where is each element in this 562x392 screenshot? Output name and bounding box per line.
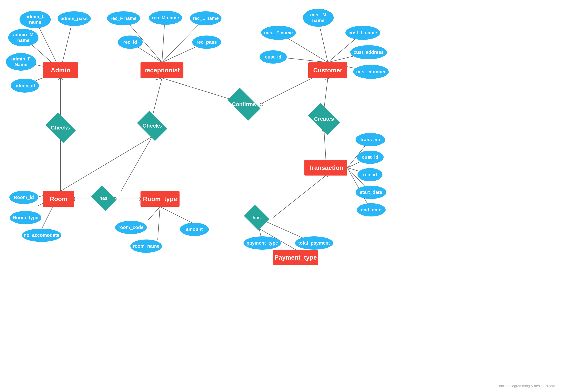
svg-line-55 xyxy=(148,207,160,220)
entity-payment-type[interactable]: Payment_type xyxy=(273,250,318,265)
attribute-admin-mname: admin_M name xyxy=(8,29,38,46)
relationship-room-has[interactable]: has xyxy=(91,189,116,207)
attribute-cust-mname: cust_M name xyxy=(303,9,334,27)
attribute-end-date: end_date xyxy=(357,203,386,217)
relationship-trans-has[interactable]: has xyxy=(244,208,269,227)
svg-line-57 xyxy=(160,207,195,224)
relationship-creates[interactable]: Creates xyxy=(307,108,340,130)
attribute-trans-rec-id: rec_id xyxy=(358,168,383,181)
entity-room-type[interactable]: Room_type xyxy=(140,191,179,207)
relationship-confirms[interactable]: Confirms xyxy=(226,94,261,115)
attribute-rec-lname: rec_L name xyxy=(190,11,222,25)
svg-line-16 xyxy=(152,78,162,117)
attribute-cust-fname: cust_F name xyxy=(261,26,296,40)
attribute-no-accomodate: no_accomodate xyxy=(22,229,61,242)
relationship-rec-checks[interactable]: Checks xyxy=(137,115,168,137)
attribute-amount: amount xyxy=(180,223,209,236)
attribute-cust-address: cust_address xyxy=(350,45,387,59)
svg-line-49 xyxy=(74,197,75,199)
svg-line-40 xyxy=(326,175,328,177)
attribute-rec-fname: rec_F name xyxy=(107,11,140,25)
attribute-room-type: Room_type xyxy=(10,211,41,224)
attribute-rec-id: rec_id xyxy=(118,35,143,49)
entity-room[interactable]: Room xyxy=(43,191,74,207)
svg-line-28 xyxy=(324,78,328,109)
attribute-rec-pass: rec_pass xyxy=(192,35,221,49)
svg-line-19 xyxy=(60,137,152,191)
er-diagram-canvas: Admin receptionist Customer Room Room_ty… xyxy=(0,0,562,392)
attribute-cust-id: cust_id xyxy=(259,50,287,64)
attribute-room-id: Room_id xyxy=(9,191,38,204)
attribute-total-payment: total_payment xyxy=(295,236,333,250)
attribute-admin-pass: admin_pass xyxy=(58,11,91,26)
svg-line-7 xyxy=(60,78,63,80)
svg-line-6 xyxy=(58,78,60,80)
svg-line-30 xyxy=(328,78,330,80)
svg-line-31 xyxy=(324,129,326,160)
attribute-trans-cust-id: cust_id xyxy=(357,150,384,164)
svg-line-50 xyxy=(74,199,75,201)
attribute-admin-fname: admin_F Name xyxy=(6,53,36,71)
entity-customer[interactable]: Customer xyxy=(308,62,347,78)
svg-line-38 xyxy=(273,175,326,218)
svg-line-56 xyxy=(158,207,160,240)
attribute-trans-no: trans_no xyxy=(356,133,385,146)
attribute-admin-id: admin_id xyxy=(11,79,39,93)
attribute-payment-type: payment_type xyxy=(244,236,281,250)
attribute-room-name: room_name xyxy=(130,240,162,253)
entity-admin[interactable]: Admin xyxy=(43,62,78,78)
svg-line-12 xyxy=(162,18,165,62)
entity-transaction[interactable]: Transaction xyxy=(304,160,347,175)
attribute-cust-lname: cust_L name xyxy=(345,26,380,40)
attribute-rec-mname: rec_M name xyxy=(149,11,182,25)
attribute-cust-number: cust_number xyxy=(353,65,389,79)
entity-receptionist[interactable]: receptionist xyxy=(140,62,183,78)
svg-line-17 xyxy=(155,78,162,80)
relationship-admin-checks[interactable]: Checks xyxy=(45,117,76,138)
attribute-admin-lname: admin_L name xyxy=(20,11,51,28)
attribute-start-date: start_date xyxy=(356,186,386,199)
svg-line-18 xyxy=(121,137,152,191)
svg-line-39 xyxy=(324,175,326,177)
attribute-room-code: room_code xyxy=(115,221,147,234)
